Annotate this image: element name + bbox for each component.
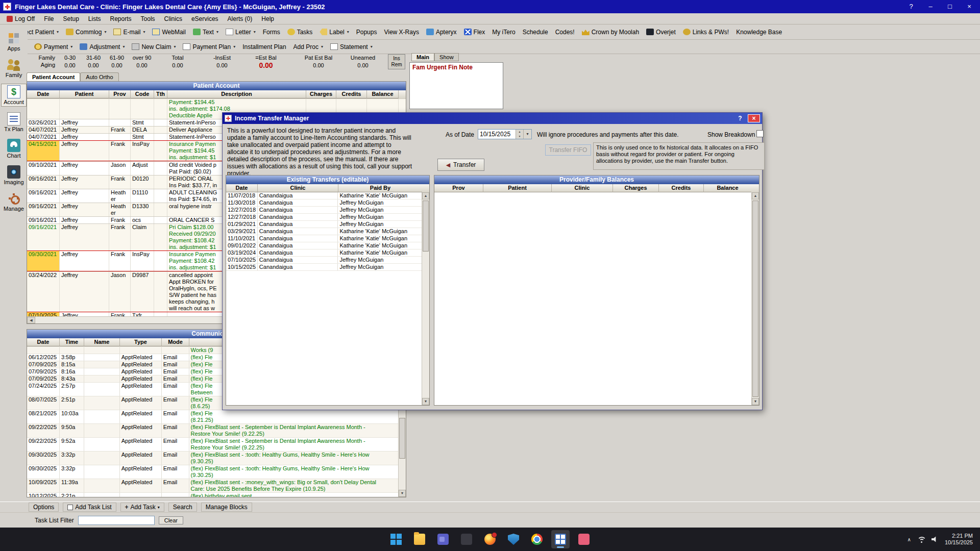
sidebar-item-tx-plan[interactable]: Tx Plan xyxy=(1,111,27,133)
transfer-row[interactable]: 10/15/2025 Canandaigua Jeffrey McGuigan xyxy=(226,264,422,271)
dark-app-icon[interactable] xyxy=(457,530,476,548)
communication-row[interactable]: 09/30/2025 3:32p ApptRelated Email (flex… xyxy=(27,451,398,465)
transfer-row[interactable]: 11/07/2018 Canandaigua Katharine 'Katie'… xyxy=(226,192,422,199)
communication-row[interactable]: 09/22/2025 9:52a ApptRelated Email (flex… xyxy=(27,437,398,451)
transfer-row[interactable]: 12/27/2018 Canandaigua Jeffrey McGuigan xyxy=(226,207,422,214)
add-proc-button[interactable]: Add Proc ▾ xyxy=(290,42,327,52)
column-header[interactable]: Credits xyxy=(659,184,704,192)
column-header[interactable]: Balance xyxy=(367,90,399,98)
column-header[interactable]: Name xyxy=(84,338,120,346)
transfer-row[interactable]: 07/10/2025 Canandaigua Jeffrey McGuigan xyxy=(226,257,422,264)
menu-help[interactable]: Help xyxy=(257,14,279,23)
flex-button[interactable]: Flex ▾ xyxy=(460,27,489,37)
transfer-row[interactable]: 03/29/2021 Canandaigua Katharine 'Katie'… xyxy=(226,228,422,235)
tab-auto-ortho[interactable]: Auto Ortho xyxy=(80,72,118,81)
column-header[interactable]: Credits xyxy=(336,90,367,98)
transfer-fifo-button[interactable]: Transfer FIFO xyxy=(545,144,591,156)
menu-reports[interactable]: Reports xyxy=(106,14,136,23)
column-header[interactable]: Date xyxy=(226,184,258,192)
family-urgent-fin-note[interactable]: Fam Urgent Fin Note xyxy=(409,62,503,109)
knowledge-base-button[interactable]: Knowledge Base ▾ xyxy=(732,27,786,37)
windows-security-icon[interactable] xyxy=(504,530,523,548)
column-header[interactable]: Date xyxy=(27,90,60,98)
email-button[interactable]: E-mail ▾ xyxy=(110,27,149,37)
ins-rem-button[interactable]: Ins Rem xyxy=(388,54,405,69)
menu-lists[interactable]: Lists xyxy=(84,14,106,23)
view-xrays-button[interactable]: View X-Rays ▾ xyxy=(380,27,422,37)
communication-row[interactable]: 10/12/2025 2:21p (flex) birthday email s… xyxy=(27,492,398,497)
transfer-button[interactable]: ◀ Transfer xyxy=(437,159,484,171)
add-task-button[interactable]: + Add Task ▾ xyxy=(120,503,164,512)
spin-down-icon[interactable]: ▼ xyxy=(516,134,523,139)
manage-blocks-button[interactable]: Manage Blocks xyxy=(201,503,252,512)
webmail-button[interactable]: WebMail ▾ xyxy=(149,27,189,37)
column-header[interactable]: Date xyxy=(27,338,60,346)
column-header[interactable]: Type xyxy=(120,338,162,346)
statement-button[interactable]: Statement ▾ xyxy=(327,42,376,52)
file-explorer-icon[interactable] xyxy=(410,530,429,548)
column-header[interactable]: Time xyxy=(60,338,84,346)
taskbar-clock[interactable]: 2:21 PM 10/15/2025 xyxy=(945,533,973,546)
sidebar-item-chart[interactable]: Chart xyxy=(1,138,27,160)
label-button[interactable]: Label ▾ xyxy=(316,27,352,37)
transfer-row[interactable]: 03/19/2024 Canandaigua Katharine 'Katie'… xyxy=(226,249,422,257)
help-button[interactable]: ? xyxy=(903,2,919,12)
dialog-help-button[interactable]: ? xyxy=(736,115,745,122)
column-header[interactable]: Description xyxy=(167,90,306,98)
tray-chevron-icon[interactable]: ∧ xyxy=(908,537,911,542)
payment-button[interactable]: Payment ▾ xyxy=(31,42,76,52)
apteryx-button[interactable]: Apteryx ▾ xyxy=(423,27,460,37)
payment-plan-button[interactable]: Payment Plan ▾ xyxy=(179,42,239,52)
links-pws-button[interactable]: Links & PWs! ▾ xyxy=(679,27,732,37)
column-header[interactable]: Tth xyxy=(154,90,167,98)
menu-file[interactable]: File xyxy=(39,14,58,23)
column-header[interactable]: Charges xyxy=(613,184,659,192)
column-header[interactable]: Prov xyxy=(109,90,131,98)
transfer-row[interactable]: 11/10/2021 Canandaigua Katharine 'Katie'… xyxy=(226,235,422,242)
popups-button[interactable]: Popups ▾ xyxy=(353,27,381,37)
column-header[interactable]: Patient xyxy=(483,184,552,192)
close-button[interactable]: × xyxy=(962,2,977,12)
transfer-row[interactable]: 12/27/2018 Canandaigua Jeffrey McGuigan xyxy=(226,214,422,221)
scrollbar-thumb[interactable] xyxy=(752,201,758,397)
column-header[interactable]: Prov xyxy=(434,184,483,192)
sidebar-item-imaging[interactable]: Imaging xyxy=(1,164,27,186)
open-dental-app-icon[interactable] xyxy=(551,530,570,548)
sidebar-item-account[interactable]: Account xyxy=(1,84,27,107)
menu-eservices[interactable]: eServices xyxy=(187,14,223,23)
scrollbar-thumb[interactable] xyxy=(423,201,429,252)
task-list-filter-input[interactable] xyxy=(78,516,155,525)
scroll-down-button[interactable]: ▼ xyxy=(399,490,406,497)
spin-up-icon[interactable]: ▲ xyxy=(516,130,523,134)
letter-button[interactable]: Letter ▾ xyxy=(222,27,259,37)
column-header[interactable]: Paid By xyxy=(338,184,422,192)
as-of-date-input[interactable]: 10/15/2025 ▲ ▼ ▾ xyxy=(478,129,532,139)
maximize-button[interactable]: □ xyxy=(942,2,958,12)
codes-button[interactable]: Codes! ▾ xyxy=(552,27,578,37)
column-header[interactable]: Charges xyxy=(306,90,336,98)
firefox-icon[interactable] xyxy=(481,530,499,548)
scroll-down-button[interactable]: ▼ xyxy=(422,398,429,405)
scroll-down-button[interactable]: ▼ xyxy=(752,398,759,405)
column-header[interactable]: Clinic xyxy=(552,184,613,192)
schedule-button[interactable]: Schedule ▾ xyxy=(519,27,552,37)
menu-clinics[interactable]: Clinics xyxy=(160,14,187,23)
communication-row[interactable]: 09/22/2025 9:50a ApptRelated Email (flex… xyxy=(27,423,398,437)
start-button[interactable] xyxy=(387,530,405,548)
scroll-up-button[interactable]: ▲ xyxy=(752,192,759,199)
add-task-list-button[interactable]: Add Task List xyxy=(63,503,116,512)
chrome-icon[interactable] xyxy=(528,530,546,548)
text-button[interactable]: Text ▾ xyxy=(189,27,222,37)
column-header[interactable]: Mode xyxy=(162,338,189,346)
transfer-row[interactable]: 11/30/2018 Canandaigua Jeffrey McGuigan xyxy=(226,199,422,207)
wifi-icon[interactable] xyxy=(917,536,925,543)
pink-app-icon[interactable] xyxy=(575,530,593,548)
options-button[interactable]: Options xyxy=(29,503,59,512)
crown-by-moolah-button[interactable]: Crown by Moolah ▾ xyxy=(578,27,643,37)
menu-log-off[interactable]: Log Off xyxy=(2,14,39,23)
calendar-dropdown-button[interactable]: ▾ xyxy=(523,130,531,139)
show-breakdown-checkbox[interactable] xyxy=(756,130,764,137)
sidebar-item-manage[interactable]: Manage xyxy=(1,191,27,213)
tasks-button[interactable]: Tasks ▾ xyxy=(284,27,316,37)
sidebar-item-apps[interactable]: Apps xyxy=(1,31,27,53)
